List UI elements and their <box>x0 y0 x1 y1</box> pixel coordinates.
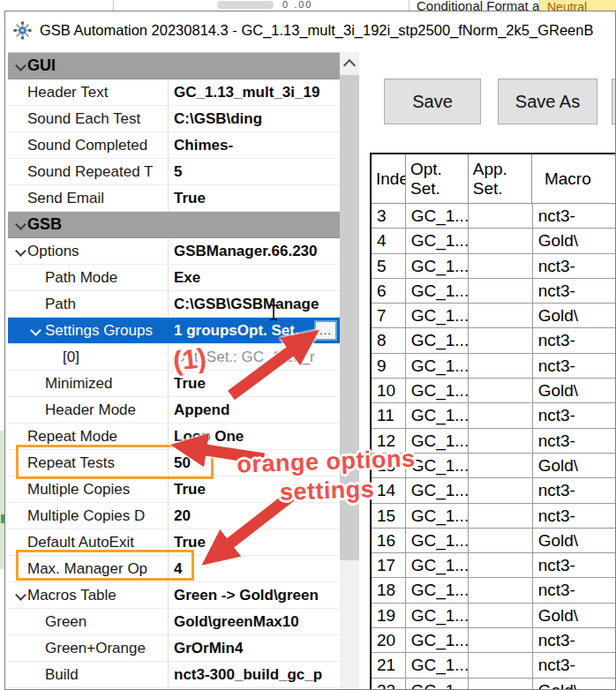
scroll-up-button[interactable] <box>340 52 359 73</box>
cell-app-set[interactable] <box>469 379 533 402</box>
table-row[interactable]: 18 GC_1.... nct3- <box>372 578 616 603</box>
property-row[interactable]: Sound Repeated T 5 <box>8 159 340 185</box>
cell-app-set[interactable] <box>469 653 533 677</box>
property-row[interactable]: Send Email True <box>8 185 340 212</box>
cell-index[interactable]: 7 <box>372 304 406 327</box>
cell-app-set[interactable] <box>469 229 533 252</box>
cell-opt-set[interactable]: GC_1.... <box>406 328 469 352</box>
cell-app-set[interactable] <box>469 204 533 228</box>
property-value[interactable]: Chimes- <box>169 132 340 158</box>
cell-index[interactable]: 19 <box>372 604 406 627</box>
property-row[interactable]: Multiple Copies D 20 <box>8 503 340 529</box>
property-value[interactable]: True <box>169 529 340 555</box>
background-window-strip[interactable]: 0 .00 Conditional Format as Neutral <box>0 0 616 11</box>
cell-app-set[interactable] <box>469 254 533 278</box>
property-value[interactable]: 4 <box>169 556 340 581</box>
property-row[interactable]: Build nct3-300_build_gc_p <box>8 662 340 688</box>
property-value[interactable]: 1 groupsOpt. Set. ... <box>169 318 340 343</box>
cell-macro[interactable]: Gold\ <box>533 304 616 327</box>
table-row[interactable]: 22 GC_1.... Gold\ <box>372 679 616 689</box>
property-row[interactable]: Options GSBManager.66.230 <box>8 238 340 265</box>
cell-opt-set[interactable]: GC_1.... <box>406 403 469 427</box>
vertical-scrollbar[interactable] <box>340 52 359 689</box>
title-bar[interactable]: GSB Automation 20230814.3 - GC_1.13_mult… <box>5 11 615 49</box>
cell-macro[interactable]: Gold\ <box>533 454 616 477</box>
cell-opt-set[interactable]: GC_1.... <box>406 354 469 378</box>
property-row[interactable]: Settings Groups 1 groupsOpt. Set. ... <box>8 318 340 344</box>
cell-index[interactable]: 8 <box>372 328 406 352</box>
cell-index[interactable]: 17 <box>372 553 406 577</box>
property-row[interactable]: Path Mode Exe <box>8 265 340 291</box>
cell-app-set[interactable] <box>469 529 533 552</box>
property-value[interactable]: True <box>169 185 340 211</box>
property-row[interactable]: GSB <box>8 212 340 238</box>
cell-opt-set[interactable]: GC_1.... <box>406 279 469 303</box>
cell-index[interactable]: 11 <box>372 403 406 427</box>
property-value[interactable]: GC_1.13_mult_3i_19 <box>169 79 340 105</box>
property-value[interactable]: GrOrMin4 <box>169 635 340 661</box>
cell-app-set[interactable] <box>469 578 533 602</box>
cell-macro[interactable]: Gold\ <box>533 529 616 552</box>
property-value[interactable]: C:\GSB\GSBManage <box>169 291 340 317</box>
property-row[interactable]: Path C:\GSB\GSBManage <box>8 291 340 318</box>
property-value[interactable]: 5 <box>169 159 340 184</box>
cell-macro[interactable]: nct3- <box>533 628 616 652</box>
cell-macro[interactable]: nct3- <box>533 354 616 378</box>
cell-index[interactable]: 15 <box>372 504 406 528</box>
cell-macro[interactable]: nct3- <box>533 403 616 427</box>
cell-app-set[interactable] <box>469 354 533 378</box>
table-row[interactable]: 5 GC_1.... nct3- <box>372 254 616 279</box>
cell-app-set[interactable] <box>469 553 533 577</box>
table-row[interactable]: 16 GC_1.... Gold\ <box>372 529 616 553</box>
cell-macro[interactable]: nct3- <box>533 478 616 502</box>
cell-macro[interactable]: nct3- <box>533 553 616 577</box>
cell-opt-set[interactable]: GC_1.... <box>406 604 469 627</box>
cell-macro[interactable]: Gold\ <box>533 379 616 402</box>
cell-opt-set[interactable]: GC_1.... <box>406 504 469 528</box>
ellipsis-button[interactable]: ... <box>314 320 337 341</box>
cell-app-set[interactable] <box>469 304 533 327</box>
cell-macro[interactable]: Gold\ <box>533 679 616 689</box>
cell-opt-set[interactable]: GC_1.... <box>406 204 469 228</box>
table-row[interactable]: 7 GC_1.... Gold\ <box>372 304 616 328</box>
property-row[interactable]: Header Mode Append <box>8 397 340 424</box>
table-row[interactable]: 4 GC_1.... Gold\ <box>372 229 616 253</box>
partial-button[interactable] <box>612 79 616 124</box>
table-row[interactable]: 19 GC_1.... Gold\ <box>372 604 616 628</box>
cell-index[interactable]: 9 <box>372 354 406 378</box>
column-header-app-set[interactable]: App. Set. <box>469 154 532 203</box>
cell-opt-set[interactable]: GC_1.... <box>406 304 469 327</box>
cell-opt-set[interactable]: GC_1.... <box>406 254 469 278</box>
cell-app-set[interactable] <box>469 328 533 352</box>
cell-opt-set[interactable]: GC_1.... <box>406 653 469 677</box>
property-value[interactable]: Gold\greenMax10 <box>169 609 340 634</box>
cell-index[interactable]: 3 <box>372 204 406 228</box>
cell-macro[interactable]: nct3- <box>533 328 616 352</box>
property-row[interactable]: Sound Each Test C:\GSB\ding <box>8 106 340 132</box>
cell-index[interactable]: 5 <box>372 254 406 278</box>
table-row[interactable]: 15 GC_1.... nct3- <box>372 504 616 529</box>
cell-opt-set[interactable]: GC_1.... <box>406 229 469 252</box>
table-row[interactable]: 20 GC_1.... nct3- <box>372 628 616 653</box>
property-value[interactable]: Append <box>169 397 340 423</box>
cell-app-set[interactable] <box>469 478 533 502</box>
cell-opt-set[interactable]: GC_1.... <box>406 379 469 402</box>
cell-app-set[interactable] <box>469 679 533 689</box>
property-row[interactable]: GUI <box>8 53 340 79</box>
cell-opt-set[interactable]: GC_1.... <box>406 529 469 552</box>
property-value[interactable]: Exe <box>169 265 340 290</box>
property-row[interactable]: Macros Table Green -> Gold\green <box>8 582 340 609</box>
cell-app-set[interactable] <box>469 429 533 453</box>
cell-opt-set[interactable]: GC_1.... <box>406 679 469 689</box>
cell-macro[interactable]: nct3- <box>533 504 616 528</box>
save-as-button[interactable]: Save As <box>498 79 597 124</box>
property-row[interactable]: Header Text GC_1.13_mult_3i_19 <box>8 79 340 106</box>
property-value[interactable]: GSBManager.66.230 <box>169 238 340 264</box>
table-row[interactable]: 11 GC_1.... nct3- <box>372 403 616 428</box>
cell-macro[interactable]: nct3- <box>533 578 616 602</box>
property-value[interactable]: nct3-300_build_gc_p <box>169 662 340 687</box>
cell-app-set[interactable] <box>469 403 533 427</box>
property-value[interactable]: C:\GSB\ding <box>169 106 340 131</box>
table-row[interactable]: 9 GC_1.... nct3- <box>372 354 616 379</box>
cell-macro[interactable]: nct3- <box>533 653 616 677</box>
